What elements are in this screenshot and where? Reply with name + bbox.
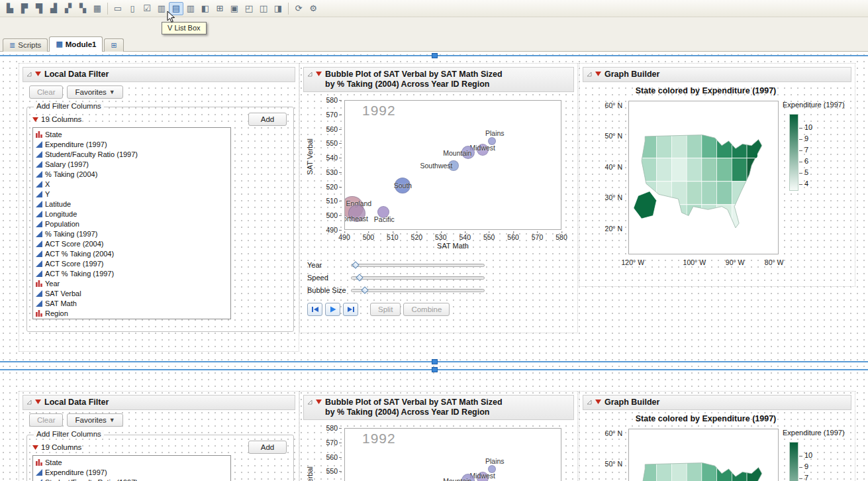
disclosure-icon[interactable] <box>307 72 313 77</box>
column-item[interactable]: ACT Score (2004) <box>36 239 230 248</box>
column-name: ACT % Taking (2004) <box>45 250 114 258</box>
red-triangle-menu-icon[interactable] <box>32 117 38 122</box>
column-item[interactable]: % Taking (2004) <box>36 169 230 179</box>
bubble-y-ticks: 580570560550540530520510500490 <box>322 100 342 230</box>
align-left-icon[interactable]: ▙ <box>3 2 17 15</box>
legend: Expenditure (1997) 1097654 <box>783 429 858 481</box>
combine-button[interactable]: Combine <box>403 303 450 316</box>
slider-thumb[interactable] <box>356 274 363 281</box>
clear-button[interactable]: Clear <box>29 413 63 427</box>
splitter-box-icon[interactable]: ◨ <box>271 2 285 15</box>
step-forward-button[interactable] <box>343 303 358 316</box>
separator-handle[interactable] <box>432 367 438 372</box>
red-triangle-menu-icon[interactable] <box>316 72 322 76</box>
graph-subtitle: State colored by Expenditure (1997) <box>606 86 805 95</box>
step-back-button[interactable] <box>307 303 322 316</box>
column-item[interactable]: Expenditure (1997) <box>36 139 230 149</box>
clear-button[interactable]: Clear <box>29 85 63 99</box>
step-back-icon <box>311 306 319 313</box>
column-item[interactable]: SAT Verbal <box>36 288 230 298</box>
row-separator[interactable] <box>0 55 868 56</box>
column-item[interactable]: ACT % Taking (2004) <box>36 248 230 258</box>
continuous-column-icon <box>36 290 42 297</box>
h-list-box-icon[interactable]: ▥ <box>183 2 198 15</box>
column-item[interactable]: Student/Faculty Ratio (1997) <box>36 149 230 159</box>
filter-columns-list[interactable]: StateExpenditure (1997)Student/Faculty R… <box>32 455 231 481</box>
tab-scripts[interactable]: ≣Scripts <box>3 38 48 52</box>
us-map[interactable] <box>628 429 779 481</box>
bubble-plot[interactable]: 1992 PlainsMidwestMountainSouthwestSouth… <box>344 100 561 230</box>
panel-box-icon[interactable]: ▣ <box>227 2 242 15</box>
column-item[interactable]: Population <box>36 219 230 229</box>
column-item[interactable]: X <box>36 179 230 189</box>
column-item[interactable]: Salary (1997) <box>36 159 230 169</box>
map-x-tick-label: 120° W <box>622 258 645 266</box>
play-button[interactable] <box>325 303 340 316</box>
row-separator[interactable] <box>0 361 868 362</box>
column-item[interactable]: State <box>36 457 230 467</box>
column-item[interactable]: Student/Faculty Ratio (1997) <box>36 477 230 481</box>
column-name: Latitude <box>45 200 71 208</box>
align-right-icon[interactable]: ▜ <box>32 2 46 15</box>
row-separator[interactable] <box>0 369 868 370</box>
filter-panel-header: Local Data Filter <box>23 395 295 410</box>
tab-box-icon[interactable]: ◧ <box>198 2 213 15</box>
separator-handle[interactable] <box>432 359 438 364</box>
border-box-icon[interactable]: ◰ <box>242 2 256 15</box>
align-top-icon[interactable]: ▛ <box>17 2 32 15</box>
slider-thumb[interactable] <box>352 261 359 268</box>
disclosure-icon[interactable] <box>26 400 32 405</box>
disclosure-icon[interactable] <box>587 72 592 77</box>
tab-new-module[interactable]: ⊞ <box>104 38 123 52</box>
disclosure-icon[interactable] <box>26 72 32 77</box>
favorites-button[interactable]: Favorites▼ <box>67 413 122 427</box>
column-item[interactable]: State <box>36 129 230 139</box>
column-item[interactable]: Y <box>36 189 230 199</box>
column-item[interactable]: Year <box>36 278 230 288</box>
column-item[interactable]: % Taking (1997) <box>36 229 230 239</box>
disclosure-icon[interactable] <box>307 400 313 405</box>
slider-thumb[interactable] <box>361 286 368 294</box>
add-button[interactable]: Add <box>248 441 287 454</box>
red-triangle-menu-icon[interactable] <box>32 445 38 450</box>
favorites-button[interactable]: Favorites▼ <box>67 85 122 99</box>
scroll-box-icon[interactable]: ◫ <box>256 2 271 15</box>
column-item[interactable]: Expenditure (1997) <box>36 467 230 477</box>
continuous-column-icon <box>36 469 42 476</box>
red-triangle-menu-icon[interactable] <box>35 72 41 76</box>
refresh-icon[interactable]: ⟳ <box>291 2 306 15</box>
settings-icon[interactable]: ⚙ <box>306 2 320 15</box>
bubble-plot[interactable]: 1992 PlainsMidwestMountainSouthwestSouth… <box>344 428 561 481</box>
distribute-vertical-icon[interactable]: ▚ <box>75 2 90 15</box>
button-box-icon[interactable]: ▯ <box>125 2 140 15</box>
split-button[interactable]: Split <box>370 303 401 316</box>
column-item[interactable]: Latitude <box>36 199 230 209</box>
tab-module1[interactable]: ▦Module1 <box>49 36 103 52</box>
check-box-icon[interactable]: ☑ <box>140 2 154 15</box>
us-map[interactable] <box>628 101 779 254</box>
outline-box-icon[interactable]: ⊞ <box>213 2 227 15</box>
red-triangle-menu-icon[interactable] <box>35 400 41 404</box>
column-item[interactable]: ACT % Taking (1997) <box>36 268 230 278</box>
bubble-label: South <box>394 182 412 189</box>
column-item[interactable]: SAT Math <box>36 298 230 308</box>
distribute-horizontal-icon[interactable]: ▞ <box>61 2 75 15</box>
red-triangle-menu-icon[interactable] <box>595 400 601 404</box>
align-bottom-icon[interactable]: ▟ <box>46 2 61 15</box>
column-item[interactable]: Region <box>36 308 230 318</box>
separator-handle[interactable] <box>432 53 438 58</box>
filter-columns-list[interactable]: StateExpenditure (1997)Student/Faculty R… <box>32 127 231 319</box>
red-triangle-menu-icon[interactable] <box>595 72 601 76</box>
bubble-size-slider[interactable] <box>351 289 485 292</box>
column-item[interactable]: ACT Score (1997) <box>36 258 230 268</box>
disclosure-icon[interactable] <box>587 400 592 405</box>
speed-slider[interactable] <box>351 276 485 280</box>
favorites-label: Favorites <box>75 416 106 424</box>
text-box-icon[interactable]: ▭ <box>111 2 125 15</box>
red-triangle-menu-icon[interactable] <box>316 400 322 404</box>
year-slider[interactable] <box>351 264 485 267</box>
graph-builder-panel: Graph Builder State colored by Expenditu… <box>579 63 855 287</box>
add-button[interactable]: Add <box>248 113 287 126</box>
grid-layout-icon[interactable]: ▦ <box>90 2 105 15</box>
column-item[interactable]: Longitude <box>36 209 230 219</box>
